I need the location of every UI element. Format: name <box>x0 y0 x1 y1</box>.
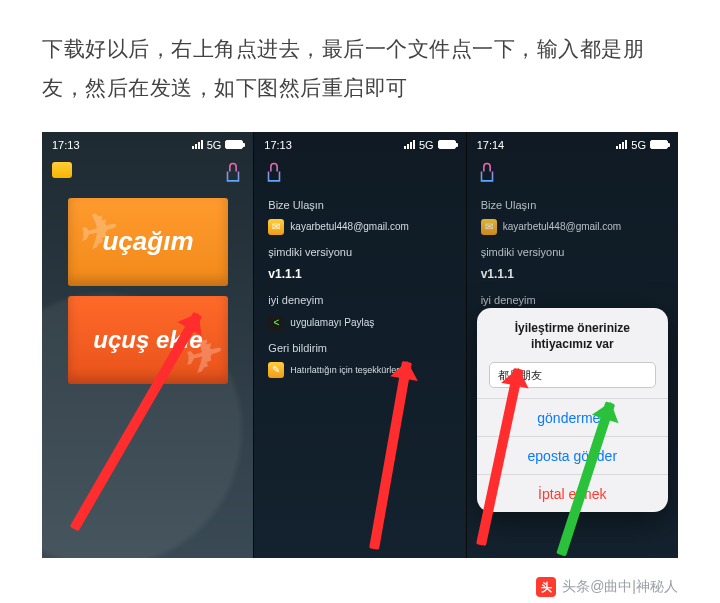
instruction-text: 下载好以后，右上角点进去，最后一个文件点一下，输入都是朋友，然后在发送，如下图然… <box>0 0 720 132</box>
section-experience: iyi deneyim <box>268 293 451 308</box>
feedback-row[interactable]: ✎ Hatırlattığın için teşekkürler <box>268 362 451 378</box>
battery-icon <box>225 140 243 149</box>
status-time: 17:13 <box>52 139 80 151</box>
mail-icon: ✉ <box>268 219 284 235</box>
section-contact: Bize Ulaşın <box>268 198 451 213</box>
section-feedback: Geri bildirim <box>268 341 451 356</box>
section-contact: Bize Ulaşın <box>481 198 664 213</box>
feedback-thanks: Hatırlattığın için teşekkürler <box>290 364 399 377</box>
battery-icon <box>438 140 456 149</box>
email-row[interactable]: ✉ kayarbetul448@gmail.com <box>268 219 451 235</box>
pane-settings: 17:13 5G Bize Ulaşın ✉ kayarbetul448@gma… <box>254 132 466 558</box>
attribution: 头 头条@曲中|神秘人 <box>536 577 678 597</box>
signal-icon <box>616 140 627 149</box>
status-bar: 17:13 5G <box>42 132 253 158</box>
pane-feedback-dialog: 17:14 5G Bize Ulaşın ✉kayarbetul448@gmai… <box>467 132 678 558</box>
network-label: 5G <box>631 139 646 151</box>
ticket-icon <box>52 162 72 178</box>
toutiao-badge-icon: 头 <box>536 577 556 597</box>
share-row[interactable]: < uygulamayı Paylaş <box>268 315 451 331</box>
signal-icon <box>192 140 203 149</box>
my-flight-card[interactable]: ✈ uçağım <box>68 198 228 286</box>
share-label: uygulamayı Paylaş <box>290 316 374 330</box>
share-icon: < <box>268 315 284 331</box>
status-bar: 17:13 5G <box>254 132 465 158</box>
email-value: kayarbetul448@gmail.com <box>290 220 409 234</box>
network-label: 5G <box>207 139 222 151</box>
version-value: v1.1.1 <box>481 266 664 283</box>
plane-icon: ✈ <box>70 200 122 262</box>
dialog-title: İyileştirme önerinize ihtiyacımız var <box>477 308 668 362</box>
network-label: 5G <box>419 139 434 151</box>
section-version: şimdiki versiyonu <box>481 245 664 260</box>
app-logo-icon <box>264 162 284 184</box>
status-bar: 17:14 5G <box>467 132 678 158</box>
add-flight-card[interactable]: ✈ uçuş ekle <box>68 296 228 384</box>
app-logo-icon <box>477 162 497 184</box>
status-time: 17:13 <box>264 139 292 151</box>
signal-icon <box>404 140 415 149</box>
status-time: 17:14 <box>477 139 505 151</box>
settings-icon[interactable] <box>223 162 243 184</box>
note-icon: ✎ <box>268 362 284 378</box>
section-experience: iyi deneyim <box>481 293 664 308</box>
settings-list: Bize Ulaşın ✉ kayarbetul448@gmail.com şi… <box>268 198 451 382</box>
attribution-label: 头条@曲中|神秘人 <box>562 578 678 596</box>
version-value: v1.1.1 <box>268 266 451 283</box>
pane-home: 17:13 5G ✈ uçağım ✈ uçuş ekle <box>42 132 254 558</box>
battery-icon <box>650 140 668 149</box>
screenshot-triptych: 17:13 5G ✈ uçağım ✈ uçuş ekle <box>42 132 678 558</box>
section-version: şimdiki versiyonu <box>268 245 451 260</box>
mail-icon: ✉ <box>481 219 497 235</box>
email-value: kayarbetul448@gmail.com <box>503 220 622 234</box>
